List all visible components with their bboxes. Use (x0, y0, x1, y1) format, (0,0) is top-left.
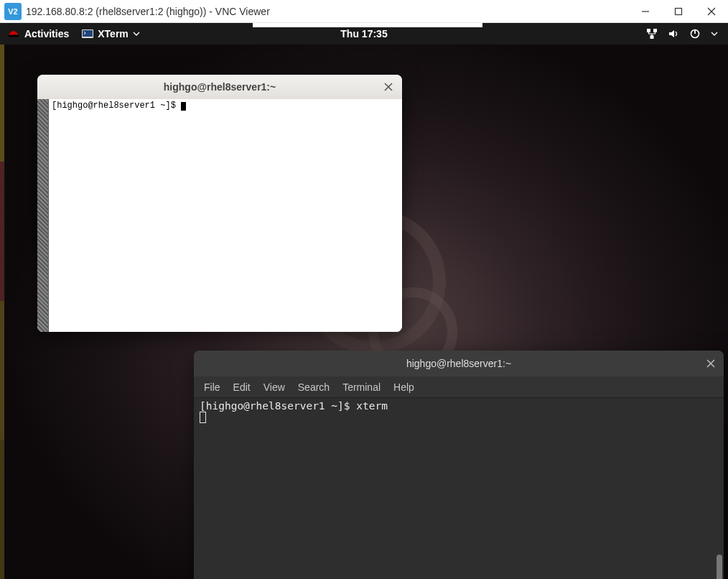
menu-edit[interactable]: Edit (233, 381, 251, 393)
remote-desktop: Activities XTerm Thu 17:35 (0, 23, 728, 579)
svg-rect-8 (653, 29, 657, 32)
menu-help[interactable]: Help (393, 381, 414, 393)
volume-icon (668, 28, 679, 40)
menu-view[interactable]: View (263, 381, 285, 393)
network-icon (646, 28, 658, 40)
topbar-highlight (253, 23, 482, 27)
vnc-viewer-titlebar: V2 192.168.80.8:2 (rhel8server1:2 (highg… (0, 0, 728, 23)
vnc-viewer-title: 192.168.80.8:2 (rhel8server1:2 (highgo))… (26, 6, 629, 17)
menu-search[interactable]: Search (298, 381, 330, 393)
scrollbar-thumb[interactable] (717, 555, 722, 579)
svg-rect-7 (647, 29, 650, 32)
desktop-edge-accent (0, 23, 4, 579)
gnome-terminal-close-button[interactable] (706, 358, 715, 370)
app-menu-label: XTerm (98, 28, 129, 40)
system-tray[interactable] (636, 28, 728, 40)
gnome-terminal-scrollbar[interactable] (715, 398, 723, 579)
svg-rect-1 (676, 8, 682, 14)
power-icon (689, 28, 701, 40)
gnome-top-bar: Activities XTerm Thu 17:35 (0, 23, 728, 45)
menu-file[interactable]: File (204, 381, 220, 393)
chevron-down-icon (711, 30, 718, 37)
xterm-terminal-area[interactable]: [highgo@rhel8server1 ~]$ (49, 99, 189, 332)
xterm-body: [highgo@rhel8server1 ~]$ (37, 99, 402, 332)
xterm-close-button[interactable] (382, 80, 395, 93)
svg-point-4 (9, 34, 19, 37)
redhat-icon (7, 29, 20, 39)
gnome-terminal-line: [highgo@rhel8server1 ~]$ xterm (200, 400, 388, 412)
xterm-title-label: highgo@rhel8server1:~ (164, 81, 276, 93)
xterm-scrollbar[interactable] (37, 99, 49, 332)
menu-terminal[interactable]: Terminal (342, 381, 381, 393)
xterm-titlebar[interactable]: highgo@rhel8server1:~ (37, 75, 402, 99)
gnome-terminal-area[interactable]: [highgo@rhel8server1 ~]$ xterm (194, 398, 724, 579)
svg-rect-9 (650, 35, 654, 39)
vnc-viewer-app-icon: V2 (4, 3, 22, 20)
gnome-terminal-cursor (200, 412, 206, 423)
xterm-window[interactable]: highgo@rhel8server1:~ [highgo@rhel8serve… (37, 75, 402, 332)
chevron-down-icon (133, 30, 140, 37)
close-button[interactable] (695, 0, 728, 23)
xterm-cursor (181, 102, 186, 111)
activities-label: Activities (24, 28, 69, 40)
xterm-icon (82, 28, 93, 40)
gnome-terminal-window[interactable]: highgo@rhel8server1:~ File Edit View Sea… (194, 351, 724, 579)
svg-rect-6 (83, 30, 93, 37)
minimize-button[interactable] (629, 0, 662, 23)
window-controls (629, 0, 728, 23)
gnome-terminal-title-label: highgo@rhel8server1:~ (406, 358, 511, 369)
maximize-button[interactable] (662, 0, 695, 23)
gnome-terminal-menubar: File Edit View Search Terminal Help (194, 376, 724, 398)
app-menu-button[interactable]: XTerm (76, 28, 146, 40)
activities-button[interactable]: Activities (0, 28, 76, 40)
gnome-terminal-titlebar[interactable]: highgo@rhel8server1:~ (194, 351, 724, 376)
clock[interactable]: Thu 17:35 (340, 28, 387, 40)
xterm-prompt: [highgo@rhel8server1 ~]$ (52, 101, 181, 111)
